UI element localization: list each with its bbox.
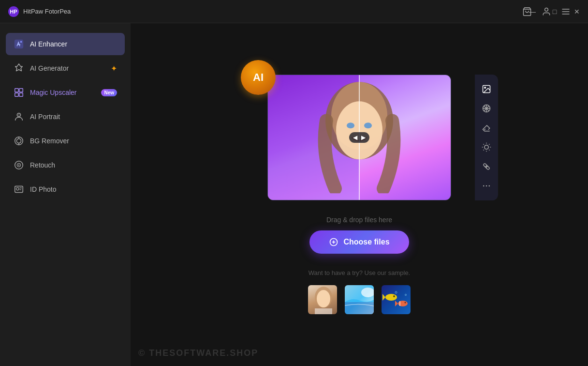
app-logo-icon: HP — [8, 6, 19, 17]
ai-generator-icon — [14, 63, 24, 74]
svg-point-42 — [483, 185, 485, 186]
bg-remover-icon — [14, 136, 24, 146]
sidebar-item-magic-upscaler[interactable]: Magic Upscaler New — [6, 81, 125, 104]
sample-thumb-3[interactable] — [381, 284, 412, 315]
sidebar-item-ai-portrait[interactable]: AI Portrait — [6, 106, 125, 128]
magic-upscaler-icon — [14, 87, 24, 98]
sidebar-item-id-photo[interactable]: ID Photo — [6, 178, 125, 200]
drop-text: Drag & drop files here — [140, 216, 578, 224]
app-logo: HP HitPaw FotorPea — [8, 6, 71, 17]
toolbar-more-btn[interactable] — [478, 177, 495, 195]
svg-rect-50 — [315, 308, 332, 314]
id-photo-icon — [14, 184, 24, 195]
drop-area: Drag & drop files here Choose files — [140, 216, 578, 254]
sidebar-item-label: ID Photo — [30, 185, 117, 193]
svg-rect-11 — [15, 93, 18, 96]
choose-files-button[interactable]: Choose files — [309, 230, 409, 254]
new-badge: New — [101, 89, 117, 96]
svg-point-26 — [364, 122, 372, 128]
svg-text:HP: HP — [10, 9, 17, 15]
right-arrow-icon: ▶ — [361, 134, 366, 141]
svg-point-52 — [361, 288, 374, 297]
svg-line-37 — [484, 150, 484, 150]
toolbar-eraser-btn[interactable] — [478, 119, 495, 137]
svg-point-21 — [16, 187, 19, 190]
toolbar-image-btn[interactable] — [478, 80, 495, 98]
watermark: © THESOFTWARE.SHOP — [138, 348, 258, 358]
window-controls: — □ ✕ — [521, 0, 588, 23]
sample-section: Want to have a try? Use our sample. — [301, 269, 418, 315]
sidebar-item-retouch[interactable]: Retouch — [6, 154, 125, 176]
toolbar-grid-btn[interactable] — [478, 100, 495, 117]
svg-point-43 — [486, 185, 487, 186]
split-arrows[interactable]: ◀ ▶ — [349, 132, 369, 143]
sidebar-item-label: BG Remover — [30, 137, 117, 145]
retouch-icon — [14, 160, 24, 170]
image-toolbar — [475, 75, 498, 200]
app-layout: AI Enhancer AI Generator ✦ Magic Upscale… — [0, 23, 588, 366]
sample-divider: Want to have a try? Use our sample. — [301, 269, 418, 276]
image-panel: ◀ ▶ — [267, 75, 451, 200]
svg-line-38 — [489, 144, 489, 144]
svg-point-16 — [16, 138, 21, 143]
left-arrow-icon: ◀ — [353, 134, 357, 141]
svg-point-19 — [18, 165, 20, 166]
svg-point-53 — [385, 294, 397, 301]
svg-point-44 — [489, 185, 490, 186]
toolbar-brightness-btn[interactable] — [478, 138, 495, 156]
svg-point-58 — [395, 291, 397, 293]
ai-badge: AI — [241, 60, 276, 95]
svg-line-34 — [489, 150, 489, 150]
star-badge: ✦ — [111, 64, 117, 73]
sidebar-item-label: Magic Upscaler — [30, 89, 95, 96]
sidebar-item-label: AI Portrait — [30, 113, 117, 121]
sample-thumb-2[interactable] — [344, 284, 375, 315]
svg-point-56 — [404, 302, 406, 303]
app-title: HitPaw FotorPea — [23, 8, 71, 15]
svg-point-14 — [18, 114, 20, 116]
sample-thumb-1[interactable] — [307, 284, 338, 315]
minimize-button[interactable]: — — [521, 0, 544, 23]
plus-circle-icon — [329, 237, 338, 247]
svg-point-59 — [405, 294, 406, 295]
svg-point-25 — [347, 122, 354, 128]
svg-point-54 — [393, 295, 395, 297]
svg-rect-10 — [19, 89, 23, 92]
sidebar-item-bg-remover[interactable]: BG Remover — [6, 130, 125, 152]
sample-thumbnails — [301, 284, 418, 315]
titlebar: HP HitPaw FotorPea — — [0, 0, 588, 23]
svg-rect-12 — [19, 93, 23, 96]
toolbar-bandage-btn[interactable] — [478, 158, 495, 175]
ai-enhancer-icon — [14, 39, 24, 49]
sidebar-item-label: AI Generator — [30, 64, 105, 72]
image-split: ◀ ▶ — [268, 75, 451, 200]
svg-point-28 — [485, 87, 486, 88]
sidebar-item-ai-enhancer[interactable]: AI Enhancer — [6, 33, 125, 55]
preview-container: AI — [246, 75, 473, 200]
sidebar-item-ai-generator[interactable]: AI Generator ✦ — [6, 57, 125, 79]
sidebar: AI Enhancer AI Generator ✦ Magic Upscale… — [0, 23, 131, 366]
svg-line-33 — [484, 144, 484, 144]
svg-point-49 — [317, 290, 330, 307]
svg-point-30 — [485, 145, 488, 149]
close-button[interactable]: ✕ — [566, 0, 588, 23]
ai-portrait-icon — [14, 111, 24, 122]
sidebar-item-label: Retouch — [30, 161, 117, 169]
svg-rect-9 — [15, 89, 18, 92]
main-content: AI — [131, 23, 588, 366]
sidebar-item-label: AI Enhancer — [30, 40, 117, 48]
svg-point-8 — [20, 41, 22, 43]
maximize-button[interactable]: □ — [544, 0, 566, 23]
